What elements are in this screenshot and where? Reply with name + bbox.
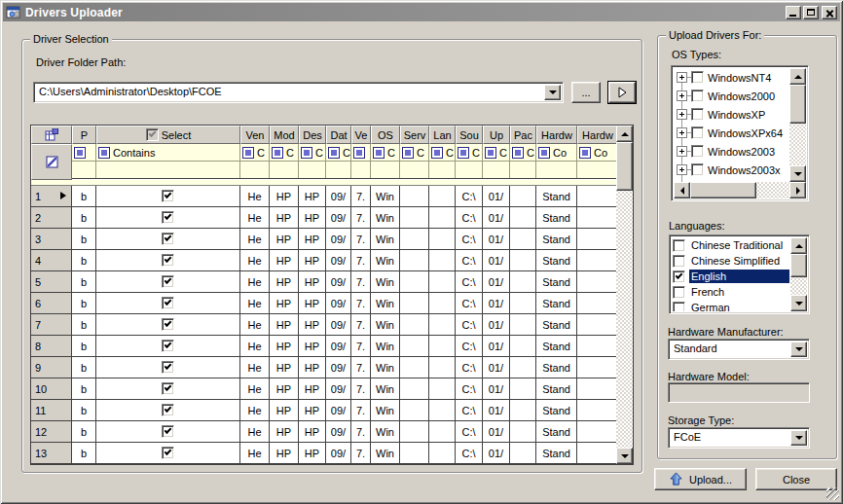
cell-ve-6[interactable]: 7.: [351, 186, 371, 206]
language-checkbox[interactable]: [673, 255, 685, 268]
cell-p[interactable]: b: [72, 421, 96, 442]
cell-select[interactable]: [96, 186, 240, 206]
row-select-checkbox[interactable]: [162, 447, 174, 459]
table-row[interactable]: 1bHeHPHP09/7.WinC:\01/Stand: [31, 186, 616, 207]
cell-dat-5[interactable]: 09/: [326, 229, 351, 249]
cell-os-7[interactable]: Win: [371, 378, 400, 399]
row-select-checkbox[interactable]: [162, 361, 174, 374]
cell-mod-3[interactable]: HP: [270, 186, 299, 206]
cell-des-4[interactable]: HP: [299, 443, 326, 463]
scroll-right-button[interactable]: [789, 182, 806, 198]
filter-condition-icon[interactable]: [74, 147, 86, 159]
cell-p[interactable]: b: [72, 378, 96, 399]
cell-dat-5[interactable]: 09/: [326, 250, 351, 270]
cell-ve-6[interactable]: 7.: [351, 336, 371, 356]
filter-cell-14[interactable]: Co: [577, 144, 616, 161]
cell-ven-2[interactable]: He: [240, 229, 270, 249]
cell-mod-3[interactable]: HP: [270, 378, 299, 399]
cell-serv-8[interactable]: [400, 271, 429, 292]
filter-cell-0[interactable]: [72, 144, 96, 161]
storage-type-combobox[interactable]: FCoE: [668, 427, 810, 449]
cell-hardw-14[interactable]: [577, 421, 616, 442]
filter-value-cell-9[interactable]: [429, 162, 456, 178]
row-select-checkbox[interactable]: [162, 297, 174, 309]
cell-os-7[interactable]: Win: [371, 421, 400, 442]
cell-serv-8[interactable]: [400, 378, 429, 399]
os-type-checkbox[interactable]: [691, 108, 704, 121]
cell-ven-2[interactable]: He: [240, 186, 270, 206]
cell-up-11[interactable]: 01/: [483, 336, 510, 356]
cell-pac-12[interactable]: [510, 186, 536, 206]
scrollbar-thumb[interactable]: [789, 85, 806, 124]
cell-mod-3[interactable]: HP: [270, 207, 299, 228]
cell-hardw-13[interactable]: Stand: [536, 357, 577, 378]
cell-sou-10[interactable]: C:\: [456, 443, 483, 463]
os-types-horizontal-scrollbar[interactable]: [674, 182, 806, 198]
cell-pac-12[interactable]: [510, 229, 536, 249]
cell-lan-9[interactable]: [429, 443, 456, 463]
table-row[interactable]: 9bHeHPHP09/7.WinC:\01/Stand: [31, 357, 616, 378]
filter-cell-6[interactable]: [351, 144, 371, 161]
row-select-checkbox[interactable]: [162, 318, 174, 331]
cell-p[interactable]: b: [72, 250, 96, 270]
scrollbar-thumb[interactable]: [790, 254, 807, 277]
cell-pac-12[interactable]: [510, 357, 536, 378]
close-dialog-button[interactable]: Close: [755, 468, 837, 490]
cell-des-4[interactable]: HP: [299, 250, 326, 270]
column-header-des-4[interactable]: Des: [299, 126, 326, 144]
cell-des-4[interactable]: HP: [299, 229, 326, 249]
tree-expand-icon[interactable]: [677, 90, 687, 101]
cell-up-11[interactable]: 01/: [483, 186, 510, 206]
scroll-down-button[interactable]: [789, 165, 806, 182]
table-row[interactable]: 11bHeHPHP09/7.WinC:\01/Stand: [31, 400, 616, 421]
cell-des-4[interactable]: HP: [299, 336, 326, 356]
cell-dat-5[interactable]: 09/: [326, 357, 351, 378]
os-type-item[interactable]: Windows2008: [675, 179, 788, 182]
cell-lan-9[interactable]: [429, 293, 456, 313]
cell-pac-12[interactable]: [510, 443, 536, 463]
table-row[interactable]: 5bHeHPHP09/7.WinC:\01/Stand: [31, 271, 616, 293]
table-row[interactable]: 4bHeHPHP09/7.WinC:\01/Stand: [31, 250, 616, 271]
cell-p[interactable]: b: [72, 293, 96, 313]
cell-mod-3[interactable]: HP: [270, 443, 299, 463]
filter-value-cell-7[interactable]: [371, 162, 400, 178]
cell-os-7[interactable]: Win: [371, 229, 400, 249]
cell-ven-2[interactable]: He: [240, 400, 270, 420]
os-type-item[interactable]: Windows2000: [675, 87, 788, 105]
cell-hardw-14[interactable]: [577, 357, 616, 378]
scroll-left-button[interactable]: [674, 182, 690, 198]
cell-dat-5[interactable]: 09/: [326, 400, 351, 420]
folder-path-dropdown-button[interactable]: [544, 85, 561, 100]
cell-dat-5[interactable]: 09/: [326, 293, 351, 313]
row-select-checkbox[interactable]: [162, 254, 174, 267]
cell-select[interactable]: [96, 336, 240, 356]
cell-ve-6[interactable]: 7.: [351, 443, 371, 463]
cell-mod-3[interactable]: HP: [270, 357, 299, 378]
cell-serv-8[interactable]: [400, 229, 429, 249]
cell-select[interactable]: [96, 207, 240, 228]
cell-des-4[interactable]: HP: [299, 186, 326, 206]
cell-dat-5[interactable]: 09/: [326, 207, 351, 228]
cell-os-7[interactable]: Win: [371, 336, 400, 356]
cell-hardw-13[interactable]: Stand: [536, 400, 577, 420]
cell-hardw-14[interactable]: [577, 443, 616, 463]
filter-value-cell-1[interactable]: [96, 162, 240, 178]
os-type-checkbox[interactable]: [691, 145, 704, 158]
filter-value-cell-4[interactable]: [299, 162, 326, 178]
cell-serv-8[interactable]: [400, 293, 429, 313]
row-select-checkbox[interactable]: [162, 382, 174, 395]
row-select-checkbox[interactable]: [162, 340, 174, 352]
cell-hardw-13[interactable]: Stand: [536, 207, 577, 228]
cell-hardw-14[interactable]: [577, 271, 616, 292]
scrollbar-thumb[interactable]: [690, 182, 756, 198]
cell-des-4[interactable]: HP: [299, 357, 326, 378]
cell-select[interactable]: [96, 421, 240, 442]
cell-hardw-13[interactable]: Stand: [536, 186, 577, 206]
cell-ven-2[interactable]: He: [240, 293, 270, 313]
column-header-lan-9[interactable]: Lan: [429, 126, 456, 144]
cell-sou-10[interactable]: C:\: [456, 207, 483, 228]
cell-ve-6[interactable]: 7.: [351, 271, 371, 292]
row-select-checkbox[interactable]: [162, 404, 174, 416]
filter-condition-icon[interactable]: [301, 147, 312, 159]
column-header-p-0[interactable]: P: [72, 126, 96, 144]
